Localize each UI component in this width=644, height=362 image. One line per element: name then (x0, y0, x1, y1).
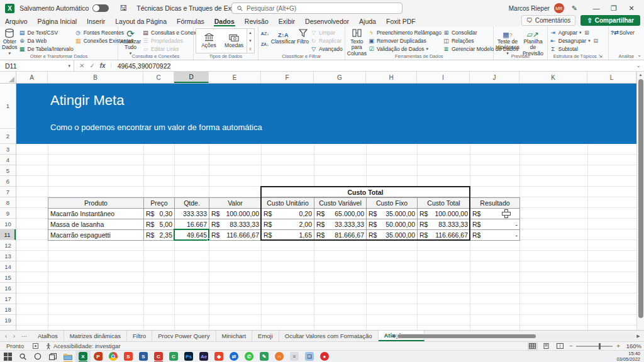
vertical-scrollbar-thumb[interactable] (638, 79, 643, 318)
row-header-17[interactable]: 17 (0, 293, 16, 304)
powerpoint-taskbar-icon[interactable]: P (91, 351, 106, 362)
cell-produto[interactable]: Macarrão Instantâneo (48, 209, 144, 219)
cell-preco[interactable]: R$2,35 (144, 230, 175, 241)
column-header-C[interactable]: C (143, 72, 174, 83)
menu-tab-foxit-pdf[interactable]: Foxit PDF (381, 16, 421, 26)
column-header-D[interactable]: D (174, 72, 209, 83)
vertical-scrollbar[interactable]: ▲ (636, 72, 644, 330)
menu-tab-arquivo[interactable]: Arquivo (0, 16, 33, 26)
task-view-taskbar-icon[interactable] (45, 351, 60, 362)
prev-sheet-icon[interactable]: ‹ (5, 333, 7, 339)
menu-tab-inserir[interactable]: Inserir (82, 16, 110, 26)
cell-custo_total[interactable]: R$83.333,33 (418, 219, 470, 230)
desagrupar-button[interactable]: ⇤Desagrupar▾⊟ (550, 37, 599, 45)
blue-s-app-taskbar-icon[interactable]: S (136, 351, 151, 362)
next-sheet-icon[interactable]: › (13, 333, 15, 339)
teste-hipoteses-button[interactable]: ▦? Teste de Hipóteses▾ (496, 28, 520, 53)
cell-produto[interactable]: Massa de lasanha (48, 219, 144, 230)
cell-valor[interactable]: R$116.666,67 (209, 230, 262, 241)
column-header-H[interactable]: H (366, 72, 417, 83)
sheet-tab-minichart[interactable]: Minichart (216, 331, 253, 341)
cell-valor[interactable]: R$83.333,33 (209, 219, 262, 230)
gallery-down-icon[interactable]: ▼ (247, 37, 253, 45)
menu-tab-desenvolvedor[interactable]: Desenvolvedor (300, 16, 354, 26)
cell-custo_fixo[interactable]: R$50.000,00 (367, 219, 418, 230)
sheet-tab-procv-power-query[interactable]: Procv Power Query (152, 331, 216, 341)
cell-custo_total[interactable]: R$116.666,67 (418, 230, 470, 241)
taskbar-clock[interactable]: 15:40 03/05/2022 (616, 351, 640, 362)
classificar-button[interactable]: Z↕A Classificar (271, 28, 296, 53)
reaplicar-button[interactable]: ↻Reaplicar (310, 37, 343, 45)
row-header-10[interactable]: 10 (0, 219, 16, 229)
cell-custo_unitario[interactable]: R$1,65 (262, 230, 314, 241)
page-layout-view-button[interactable] (541, 343, 552, 350)
atualizar-tudo-button[interactable]: ⟳ Atualizar Tudo▾ (120, 28, 141, 53)
cell-resultado[interactable]: R$- (470, 219, 520, 230)
dialog-launcher-icon[interactable]: ⇲ (599, 54, 602, 58)
red-c-app-taskbar-icon[interactable]: C (151, 351, 166, 362)
zoom-slider-thumb[interactable] (599, 343, 601, 349)
select-all-corner[interactable] (0, 72, 16, 84)
column-header-K[interactable]: K (519, 72, 587, 83)
row-header-7[interactable]: 7 (0, 187, 16, 197)
scroll-right-icon[interactable]: ▶ (635, 334, 641, 339)
photoshop-taskbar-icon[interactable]: Ps (181, 351, 196, 362)
zoom-in-icon[interactable]: ＋ (616, 342, 622, 350)
teamviewer-taskbar-icon[interactable]: ⇄ (226, 351, 242, 362)
row-header-18[interactable]: 18 (0, 304, 16, 315)
agrupar-button[interactable]: ⇥Agrupar▾⊞ (550, 29, 599, 36)
row-header-19[interactable]: 19 (0, 315, 16, 326)
sheet-tab-matrizes-din-micas[interactable]: Matrizes dinâmicas (64, 331, 127, 341)
row-header-16[interactable]: 16 (0, 283, 16, 293)
limpar-button[interactable]: ▽Limpar (310, 29, 343, 36)
excel-taskbar-icon[interactable]: X (75, 351, 91, 362)
de-text-csv-button[interactable]: ▤De Text/CSV (19, 29, 74, 36)
cancel-entry-icon[interactable]: ✕ (79, 62, 84, 69)
minimize-button[interactable]: — (587, 0, 605, 16)
row-header-5[interactable]: 5 (0, 165, 16, 176)
avatar[interactable]: MR (554, 3, 564, 13)
cell-custo_fixo[interactable]: R$35.000,00 (367, 230, 418, 241)
cortana-taskbar-icon[interactable] (30, 351, 45, 362)
row-header-9[interactable]: 9 (0, 208, 16, 219)
column-header-J[interactable]: J (470, 72, 519, 83)
acoes-data-type[interactable]: Ações (196, 29, 221, 53)
cell-qtde[interactable]: 49.645 (175, 230, 209, 241)
cell-valor[interactable]: R$100.000,00 (209, 209, 262, 219)
green-app-taskbar-icon[interactable]: ✎ (257, 351, 272, 362)
menu-tab-dados[interactable]: Dados (209, 16, 240, 26)
search-taskbar-icon[interactable] (15, 351, 30, 362)
expand-formula-bar-icon[interactable]: ⌄ (633, 63, 644, 69)
row-header-6[interactable]: 6 (0, 176, 16, 187)
chrome-taskbar-icon[interactable] (106, 351, 121, 362)
comments-button[interactable]: 🗨Comentários (521, 15, 576, 26)
scroll-up-icon[interactable]: ▲ (637, 72, 644, 78)
row-header-12[interactable]: 12 (0, 240, 16, 251)
subtotal-button[interactable]: ΣSubtotal (550, 45, 599, 53)
sort-az-button[interactable]: AZ↓ (260, 29, 270, 38)
texto-para-colunas-button[interactable]: Texto para Colunas (347, 28, 367, 53)
cell-custo_variavel[interactable]: R$65.000,00 (314, 209, 367, 219)
moedas-data-type[interactable]: Moedas (221, 29, 247, 53)
cell-qtde[interactable]: 16.667 (175, 219, 209, 230)
whatsapp-taskbar-icon[interactable]: ✆ (242, 351, 257, 362)
menu-tab-revis-o[interactable]: Revisão (240, 16, 274, 26)
cell-produto[interactable]: Macarrão espaguetti (48, 230, 144, 241)
menu-tab-ajuda[interactable]: Ajuda (354, 16, 381, 26)
validacao-dados-button[interactable]: ☑Validação de Dados▾ (368, 45, 441, 53)
column-header-I[interactable]: I (417, 72, 470, 83)
formula-input[interactable]: 49645,390070922 (111, 62, 633, 70)
table-header-cell[interactable]: Custo Unitário (262, 198, 314, 209)
all-sheets-icon[interactable]: ⋯ (21, 333, 27, 339)
zoom-level[interactable]: 160% (625, 343, 641, 349)
avancado-button[interactable]: ▽Avançado (310, 45, 343, 53)
row-header-4[interactable]: 4 (0, 155, 16, 165)
gallery-more-icon[interactable]: ≡ (247, 45, 253, 53)
red-s-app-taskbar-icon[interactable]: S (121, 351, 136, 362)
cell-preco[interactable]: R$0,30 (144, 209, 175, 219)
cell-custo_fixo[interactable]: R$35.000,00 (367, 209, 418, 219)
table-header-cell[interactable]: Resultado (470, 198, 520, 209)
table-header-cell[interactable]: Qtde. (175, 198, 209, 209)
green-c-app-taskbar-icon[interactable]: C (166, 351, 181, 362)
namebox-dropdown-icon[interactable]: ▾ (68, 63, 70, 69)
